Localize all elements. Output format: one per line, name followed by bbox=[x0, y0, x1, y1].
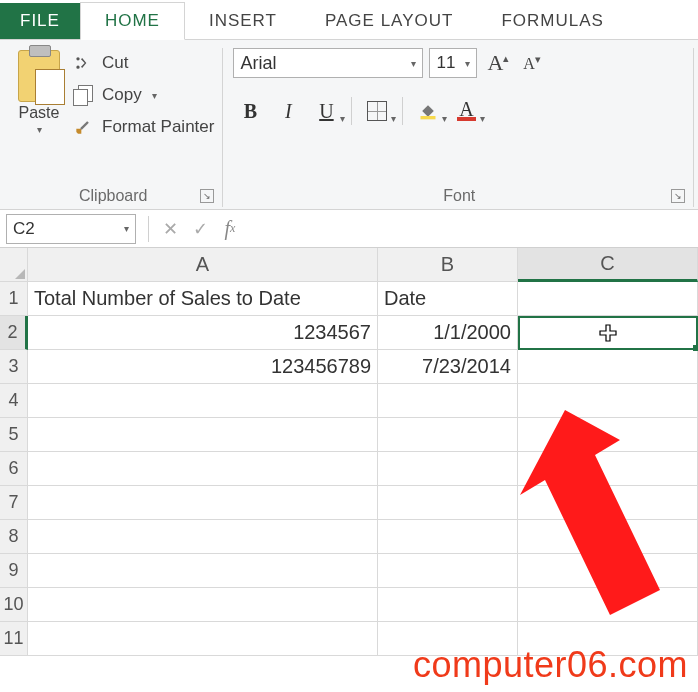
paste-dropdown-icon[interactable]: ▾ bbox=[37, 124, 42, 135]
cell-A2[interactable]: 1234567 bbox=[28, 316, 378, 350]
cell-C9[interactable] bbox=[518, 554, 698, 588]
watermark-text: computer06.com bbox=[413, 644, 688, 686]
cancel-formula-button[interactable]: ✕ bbox=[155, 214, 185, 244]
cell-B7[interactable] bbox=[378, 486, 518, 520]
group-font: Arial ▾ 11 ▾ A▴ A▾ B I U▾ ▾ bbox=[225, 48, 694, 207]
decrease-font-size-button[interactable]: A▾ bbox=[519, 53, 545, 73]
copy-label: Copy bbox=[102, 85, 142, 105]
cell-B3[interactable]: 7/23/2014 bbox=[378, 350, 518, 384]
underline-button[interactable]: U▾ bbox=[309, 96, 343, 126]
cell-B4[interactable] bbox=[378, 384, 518, 418]
increase-font-size-button[interactable]: A▴ bbox=[483, 50, 513, 76]
font-size-select[interactable]: 11 ▾ bbox=[429, 48, 477, 78]
tab-home[interactable]: HOME bbox=[80, 2, 185, 40]
fill-color-button[interactable]: ▾ bbox=[411, 96, 445, 126]
font-name-select[interactable]: Arial ▾ bbox=[233, 48, 423, 78]
bucket-icon bbox=[418, 102, 438, 120]
ribbon-tabs: FILE HOME INSERT PAGE LAYOUT FORMULAS bbox=[0, 0, 698, 40]
enter-formula-button[interactable]: ✓ bbox=[185, 214, 215, 244]
cell-C5[interactable] bbox=[518, 418, 698, 452]
bold-button[interactable]: B bbox=[233, 96, 267, 126]
cell-C2[interactable] bbox=[518, 316, 698, 350]
cell-B10[interactable] bbox=[378, 588, 518, 622]
copy-button[interactable]: Copy ▾ bbox=[72, 84, 214, 106]
ribbon: Paste ▾ Cut Copy ▾ bbox=[0, 40, 698, 210]
tab-formulas[interactable]: FORMULAS bbox=[477, 3, 627, 39]
formula-input[interactable] bbox=[245, 214, 698, 244]
copy-dropdown-icon[interactable]: ▾ bbox=[152, 90, 157, 101]
paste-icon bbox=[18, 50, 60, 102]
borders-button[interactable]: ▾ bbox=[360, 96, 394, 126]
cell-A4[interactable] bbox=[28, 384, 378, 418]
worksheet-grid[interactable]: A B C 1 Total Number of Sales to Date Da… bbox=[0, 248, 698, 656]
row-header-9[interactable]: 9 bbox=[0, 554, 28, 588]
separator bbox=[148, 216, 149, 242]
cell-A10[interactable] bbox=[28, 588, 378, 622]
cell-B2[interactable]: 1/1/2000 bbox=[378, 316, 518, 350]
row-header-11[interactable]: 11 bbox=[0, 622, 28, 656]
cell-B9[interactable] bbox=[378, 554, 518, 588]
cell-A9[interactable] bbox=[28, 554, 378, 588]
name-box[interactable]: C2 ▾ bbox=[6, 214, 136, 244]
name-box-value: C2 bbox=[13, 219, 35, 239]
row-header-3[interactable]: 3 bbox=[0, 350, 28, 384]
italic-button[interactable]: I bbox=[271, 96, 305, 126]
cut-button[interactable]: Cut bbox=[72, 52, 214, 74]
tab-page-layout[interactable]: PAGE LAYOUT bbox=[301, 3, 477, 39]
col-header-A[interactable]: A bbox=[28, 248, 378, 282]
scissors-icon bbox=[72, 52, 94, 74]
font-color-icon: A bbox=[457, 101, 475, 121]
cell-A11[interactable] bbox=[28, 622, 378, 656]
row-header-1[interactable]: 1 bbox=[0, 282, 28, 316]
row-header-7[interactable]: 7 bbox=[0, 486, 28, 520]
cell-C1[interactable] bbox=[518, 282, 698, 316]
cell-C7[interactable] bbox=[518, 486, 698, 520]
cell-A1[interactable]: Total Number of Sales to Date bbox=[28, 282, 378, 316]
row-header-6[interactable]: 6 bbox=[0, 452, 28, 486]
cell-C4[interactable] bbox=[518, 384, 698, 418]
cell-B6[interactable] bbox=[378, 452, 518, 486]
separator bbox=[351, 97, 352, 125]
row-header-10[interactable]: 10 bbox=[0, 588, 28, 622]
chevron-down-icon: ▾ bbox=[465, 58, 470, 69]
font-color-button[interactable]: A▾ bbox=[449, 96, 483, 126]
cell-A6[interactable] bbox=[28, 452, 378, 486]
cell-B1[interactable]: Date bbox=[378, 282, 518, 316]
separator bbox=[402, 97, 403, 125]
row-header-4[interactable]: 4 bbox=[0, 384, 28, 418]
clipboard-launcher-icon[interactable]: ↘ bbox=[200, 189, 214, 203]
cell-A7[interactable] bbox=[28, 486, 378, 520]
insert-function-button[interactable]: fx bbox=[215, 214, 245, 244]
chevron-down-icon: ▾ bbox=[411, 58, 416, 69]
cell-B5[interactable] bbox=[378, 418, 518, 452]
cell-B8[interactable] bbox=[378, 520, 518, 554]
font-size-value: 11 bbox=[436, 53, 455, 73]
row-header-8[interactable]: 8 bbox=[0, 520, 28, 554]
format-painter-button[interactable]: Format Painter bbox=[72, 116, 214, 138]
col-header-B[interactable]: B bbox=[378, 248, 518, 282]
copy-icon bbox=[73, 85, 93, 105]
svg-rect-0 bbox=[421, 116, 436, 119]
col-header-C[interactable]: C bbox=[518, 248, 698, 282]
cell-C8[interactable] bbox=[518, 520, 698, 554]
paste-label: Paste bbox=[19, 104, 60, 122]
paste-button[interactable]: Paste ▾ bbox=[12, 48, 66, 137]
brush-icon bbox=[72, 116, 94, 138]
cell-C3[interactable] bbox=[518, 350, 698, 384]
cell-cursor-icon bbox=[598, 323, 618, 343]
tab-file[interactable]: FILE bbox=[0, 3, 80, 39]
font-name-value: Arial bbox=[240, 53, 276, 74]
select-all-corner[interactable] bbox=[0, 248, 28, 282]
font-launcher-icon[interactable]: ↘ bbox=[671, 189, 685, 203]
cell-C6[interactable] bbox=[518, 452, 698, 486]
cell-A8[interactable] bbox=[28, 520, 378, 554]
row-header-2[interactable]: 2 bbox=[0, 316, 28, 350]
row-header-5[interactable]: 5 bbox=[0, 418, 28, 452]
group-label-font: Font ↘ bbox=[233, 183, 685, 207]
cell-C10[interactable] bbox=[518, 588, 698, 622]
cell-A5[interactable] bbox=[28, 418, 378, 452]
cell-A3[interactable]: 123456789 bbox=[28, 350, 378, 384]
cut-label: Cut bbox=[102, 53, 128, 73]
border-icon bbox=[367, 101, 387, 121]
tab-insert[interactable]: INSERT bbox=[185, 3, 301, 39]
